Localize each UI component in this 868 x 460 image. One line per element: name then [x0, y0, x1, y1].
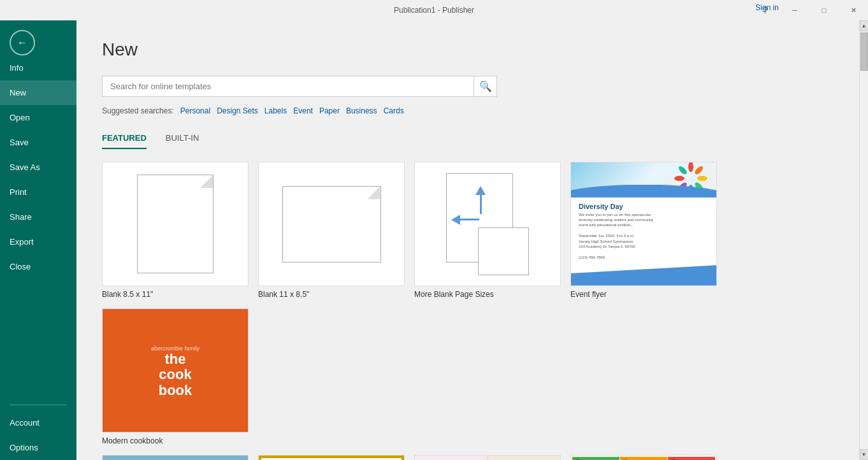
template-birthday[interactable]: Happy 60th Birthday MOM! 🎁🎁 love, all of…	[258, 455, 405, 460]
scrollbar-thumb[interactable]	[860, 32, 868, 71]
app-container: ← Info New Open Save Save As Print Share…	[0, 20, 868, 460]
suggested-link-paper[interactable]: Paper	[319, 106, 340, 115]
template-thumb-blank-portrait	[102, 162, 249, 286]
template-thumb-more-blank	[414, 162, 561, 286]
tabs: FEATURED BUILT-IN	[102, 128, 834, 149]
suggested-link-personal[interactable]: Personal	[180, 106, 210, 115]
svg-point-6	[674, 176, 684, 181]
event-flyer-footer	[571, 265, 716, 285]
sidebar-item-open[interactable]: Open	[0, 105, 76, 130]
sidebar: ← Info New Open Save Save As Print Share…	[0, 20, 76, 460]
template-label-event-flyer: Event flyer	[570, 290, 717, 299]
cookbook-title: the cook book	[159, 352, 192, 398]
sidebar-item-save-as[interactable]: Save As	[0, 155, 76, 180]
blank-page-icon	[137, 175, 213, 273]
template-event-flyer[interactable]: Diversity Day We invite you to join us f…	[570, 162, 717, 299]
sidebar-divider	[10, 405, 67, 405]
close-window-button[interactable]: ✕	[839, 0, 868, 20]
suggested-link-design-sets[interactable]: Design Sets	[217, 106, 258, 115]
title-bar-controls: Sign in ? ─ □ ✕	[751, 0, 868, 20]
scrollbar-up-button[interactable]: ▲	[860, 20, 869, 31]
more-blank-icon	[446, 173, 529, 275]
sidebar-item-close[interactable]: Close	[0, 254, 76, 279]
template-label-blank-landscape: Blank 11 x 8.5"	[258, 290, 405, 299]
event-flyer-content: Diversity Day We invite you to join us f…	[571, 198, 716, 266]
template-thumb-event-flyer: Diversity Day We invite you to join us f…	[570, 162, 717, 286]
suggested-searches: Suggested searches: Personal Design Sets…	[102, 106, 834, 115]
template-label-cookbook: Modern cookbook	[102, 436, 249, 445]
labels-visual: Name Name Name Name Name Name Name Name …	[571, 456, 716, 460]
swirl-icon: ❧	[210, 455, 242, 460]
suggested-link-event[interactable]: Event	[293, 106, 313, 115]
tab-featured[interactable]: FEATURED	[102, 128, 147, 149]
title-bar: Publication1 - Publisher Sign in ? ─ □ ✕	[0, 0, 868, 20]
main-content: New 🔍 Suggested searches: Personal Desig…	[76, 20, 859, 460]
page-corner-fold	[200, 175, 213, 188]
suggested-label: Suggested searches:	[102, 106, 174, 115]
template-thumb-cookbook: abercrombie family the cook book	[102, 308, 249, 433]
thinking-panel-left: 🌸 THINKING OFYOU	[415, 456, 487, 460]
sidebar-bottom: Account Options	[0, 399, 76, 460]
scrollbar: ▲ ▼	[859, 20, 868, 460]
suggested-link-business[interactable]: Business	[346, 106, 377, 115]
template-thumb-blank-landscape	[258, 162, 405, 286]
sign-in-link[interactable]: Sign in	[755, 3, 779, 12]
template-thumb-thinking: 🌸 THINKING OFYOU 🌺 THINKING OFYOU	[414, 455, 561, 460]
sidebar-item-export[interactable]: Export	[0, 229, 76, 254]
templates-grid: Blank 8.5 x 11" Blank 11 x 8.5"	[102, 162, 834, 445]
template-label-more-blank: More Blank Page Sizes	[414, 290, 561, 299]
template-thinking[interactable]: 🌸 THINKING OFYOU 🌺 THINKING OFYOU	[414, 455, 561, 460]
birthday-visual: Happy 60th Birthday MOM! 🎁🎁 love, all of…	[259, 456, 404, 460]
template-blank-portrait[interactable]: Blank 8.5 x 11"	[102, 162, 249, 299]
scrollbar-down-button[interactable]: ▼	[860, 449, 869, 460]
tab-built-in[interactable]: BUILT-IN	[166, 128, 199, 149]
event-flyer-header	[571, 162, 716, 198]
template-cookbook[interactable]: abercrombie family the cook book Modern …	[102, 308, 249, 445]
template-thumb-birthday: Happy 60th Birthday MOM! 🎁🎁 love, all of…	[258, 455, 405, 460]
template-more-blank[interactable]: More Blank Page Sizes	[414, 162, 561, 299]
svg-point-1	[693, 165, 704, 176]
title-bar-text: Publication1 - Publisher	[394, 6, 474, 15]
template-thumb-labels: Name Name Name Name Name Name Name Name …	[570, 455, 717, 460]
thinking-panel-right: 🌺 THINKING OFYOU	[488, 456, 560, 460]
back-button[interactable]: ←	[10, 30, 35, 55]
blank-landscape-icon	[282, 186, 381, 262]
minimize-button[interactable]: ─	[780, 0, 809, 20]
sidebar-item-info[interactable]: Info	[0, 55, 76, 80]
thankyou-visual: ❧ THANK YOU	[103, 455, 248, 460]
search-button[interactable]: 🔍	[474, 76, 497, 97]
sidebar-item-account[interactable]: Account	[0, 410, 76, 435]
search-container: 🔍	[102, 76, 497, 97]
page-title: New	[102, 40, 834, 60]
suggested-link-cards[interactable]: Cards	[384, 106, 404, 115]
label-cell: Name	[572, 457, 619, 460]
svg-point-0	[688, 162, 693, 172]
template-labels[interactable]: Name Name Name Name Name Name Name Name …	[570, 455, 717, 460]
event-flyer-visual: Diversity Day We invite you to join us f…	[571, 162, 716, 285]
sidebar-item-options[interactable]: Options	[0, 435, 76, 460]
sidebar-item-new[interactable]: New	[0, 80, 76, 105]
sidebar-item-print[interactable]: Print	[0, 180, 76, 205]
landscape-corner-fold	[368, 187, 380, 199]
sidebar-item-save[interactable]: Save	[0, 130, 76, 155]
template-blank-landscape[interactable]: Blank 11 x 8.5"	[258, 162, 405, 299]
more-blank-page2	[478, 227, 529, 275]
templates-grid-row2: ❧ THANK YOU Happy 60th	[102, 455, 834, 460]
thinking-visual: 🌸 THINKING OFYOU 🌺 THINKING OFYOU	[415, 456, 560, 460]
svg-point-2	[697, 176, 707, 181]
template-thumb-thank-you: ❧ THANK YOU	[102, 455, 249, 460]
svg-point-7	[677, 165, 688, 176]
suggested-link-labels[interactable]: Labels	[264, 106, 287, 115]
template-label-blank-portrait: Blank 8.5 x 11"	[102, 290, 249, 299]
template-thank-you[interactable]: ❧ THANK YOU	[102, 455, 249, 460]
event-flyer-title: Diversity Day	[579, 203, 709, 210]
label-cell: Name	[668, 457, 715, 460]
sidebar-item-share[interactable]: Share	[0, 205, 76, 229]
label-cell: Name	[620, 457, 667, 460]
cookbook-visual: abercrombie family the cook book	[103, 309, 248, 432]
search-input[interactable]	[102, 76, 474, 97]
maximize-button[interactable]: □	[809, 0, 839, 20]
